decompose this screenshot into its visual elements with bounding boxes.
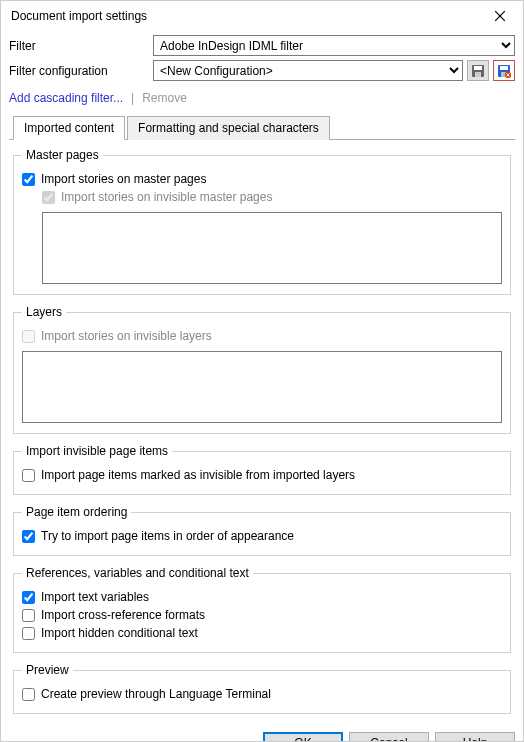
legend-layers: Layers [22, 305, 66, 319]
tab-imported-label: Imported content [24, 121, 114, 135]
tab-formatting-label: Formatting and special characters [138, 121, 319, 135]
titlebar: Document import settings [1, 1, 523, 31]
checkbox-try-order[interactable] [22, 530, 35, 543]
checkbox-text-vars[interactable] [22, 591, 35, 604]
help-button-rest: elp [471, 736, 487, 742]
row-try-order: Try to import page items in order of app… [22, 527, 502, 545]
legend-ordering: Page item ordering [22, 505, 131, 519]
checkbox-import-invisible-master [42, 191, 55, 204]
legend-invisible-items: Import invisible page items [22, 444, 172, 458]
filter-row: Filter Adobe InDesign IDML filter [9, 35, 515, 56]
master-pages-listbox[interactable] [42, 212, 502, 284]
svg-rect-3 [474, 66, 482, 70]
button-bar: OK Cancel Help [1, 724, 523, 742]
row-hidden-cond: Import hidden conditional text [22, 624, 502, 642]
label-import-invisible-items: Import page items marked as invisible fr… [41, 468, 355, 482]
tab-imported-content[interactable]: Imported content [13, 116, 125, 140]
row-text-vars: Import text variables [22, 588, 502, 606]
label-create-preview: Create preview through Language Terminal [41, 687, 271, 701]
svg-rect-6 [500, 66, 508, 70]
filter-select[interactable]: Adobe InDesign IDML filter [153, 35, 515, 56]
checkbox-import-invisible-layers [22, 330, 35, 343]
cancel-button[interactable]: Cancel [349, 732, 429, 742]
row-cross-ref: Import cross-reference formats [22, 606, 502, 624]
legend-references: References, variables and conditional te… [22, 566, 253, 580]
label-import-invisible-master: Import stories on invisible master pages [61, 190, 272, 204]
tab-formatting[interactable]: Formatting and special characters [127, 116, 330, 140]
layers-listbox[interactable] [22, 351, 502, 423]
label-import-master: Import stories on master pages [41, 172, 206, 186]
label-text-vars: Import text variables [41, 590, 149, 604]
svg-rect-4 [475, 72, 481, 77]
tab-strip: Imported content Formatting and special … [9, 115, 515, 140]
ok-button-rest: K [304, 736, 312, 742]
fieldset-layers: Layers Import stories on invisible layer… [13, 305, 511, 434]
checkbox-create-preview[interactable] [22, 688, 35, 701]
fieldset-ordering: Page item ordering Try to import page it… [13, 505, 511, 556]
close-button[interactable] [485, 4, 515, 28]
tab-panel-imported: Master pages Import stories on master pa… [9, 140, 515, 714]
floppy-icon [471, 64, 485, 78]
filter-config-select[interactable]: <New Configuration> [153, 60, 463, 81]
ok-button[interactable]: OK [263, 732, 343, 742]
label-cross-ref: Import cross-reference formats [41, 608, 205, 622]
fieldset-master-pages: Master pages Import stories on master pa… [13, 148, 511, 295]
filter-label: Filter [9, 39, 149, 53]
filter-config-row: Filter configuration <New Configuration> [9, 60, 515, 81]
checkbox-import-master[interactable] [22, 173, 35, 186]
link-row: Add cascading filter... | Remove [9, 85, 515, 115]
close-icon [495, 11, 505, 21]
row-create-preview: Create preview through Language Terminal [22, 685, 502, 703]
dialog-title: Document import settings [11, 9, 147, 23]
legend-master-pages: Master pages [22, 148, 103, 162]
fieldset-invisible-items: Import invisible page items Import page … [13, 444, 511, 495]
dialog-content: Filter Adobe InDesign IDML filter Filter… [1, 31, 523, 714]
row-import-master: Import stories on master pages [22, 170, 502, 188]
label-try-order: Try to import page items in order of app… [41, 529, 294, 543]
link-separator: | [131, 91, 134, 105]
ok-button-u: O [294, 736, 303, 742]
remove-filter-link: Remove [142, 91, 187, 105]
filter-config-label: Filter configuration [9, 64, 149, 78]
legend-preview: Preview [22, 663, 73, 677]
add-cascading-filter-link[interactable]: Add cascading filter... [9, 91, 123, 105]
row-import-invisible-items: Import page items marked as invisible fr… [22, 466, 502, 484]
floppy-delete-icon [497, 64, 511, 78]
label-import-invisible-layers: Import stories on invisible layers [41, 329, 212, 343]
row-import-invisible-master: Import stories on invisible master pages [42, 188, 502, 206]
save-config-button[interactable] [467, 60, 489, 81]
help-button[interactable]: Help [435, 732, 515, 742]
checkbox-import-invisible-items[interactable] [22, 469, 35, 482]
row-import-invisible-layers: Import stories on invisible layers [22, 327, 502, 345]
delete-config-button[interactable] [493, 60, 515, 81]
checkbox-hidden-cond[interactable] [22, 627, 35, 640]
checkbox-cross-ref[interactable] [22, 609, 35, 622]
fieldset-references: References, variables and conditional te… [13, 566, 511, 653]
fieldset-preview: Preview Create preview through Language … [13, 663, 511, 714]
label-hidden-cond: Import hidden conditional text [41, 626, 198, 640]
